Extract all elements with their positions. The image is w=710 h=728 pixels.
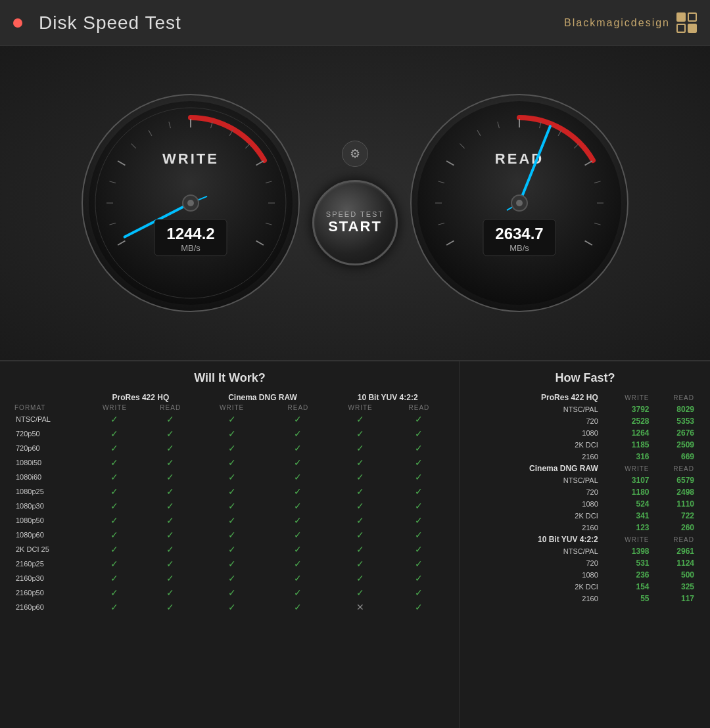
check-cell: ✓ [85,513,145,528]
start-button-main-text: START [328,218,382,235]
checkmark-icon: ✓ [110,501,118,511]
check-cell: ✓ [197,571,268,585]
checkmark-icon: ✓ [415,443,423,453]
checkmark-icon: ✓ [294,530,302,540]
hf-data-row: 720 2528 5353 [473,415,697,427]
hf-group-title-row: 10 Bit YUV 4:2:2 WRITE READ [473,534,697,545]
hf-read-value: 500 [652,569,697,581]
check-cell: ✓ [145,513,197,528]
checkmark-icon: ✓ [166,558,174,569]
yuv-read-header: READ [392,403,446,412]
gauge-section: WRITE 1244.2 MB/s ⚙ SPEED TEST START [0,46,710,361]
hf-write-value: 524 [601,498,652,510]
cross-icon: ✕ [356,602,364,612]
start-button[interactable]: SPEED TEST START [312,180,398,265]
check-cell: ✓ [197,412,268,426]
will-it-work-panel: Will It Work? ProRes 422 HQ Cinema DNG R… [0,361,460,728]
hf-write-value: 1185 [601,439,652,451]
close-button[interactable] [13,18,22,28]
write-gauge: WRITE 1244.2 MB/s [79,91,302,315]
check-cell: ✓ [329,499,392,513]
checkmark-icon: ✓ [415,530,423,540]
hf-row-label: NTSC/PAL [473,474,601,486]
title-bar: Disk Speed Test Blackmagicdesign [0,0,710,46]
format-label: 1080i60 [13,470,85,484]
hf-read-value: 2498 [652,486,697,498]
checkmark-icon: ✓ [356,457,364,468]
how-fast-title: How Fast? [473,371,697,385]
check-cell: ✓ [329,441,392,455]
checkmark-icon: ✓ [166,472,174,482]
checkmark-icon: ✓ [228,443,236,453]
check-cell: ✓ [329,571,392,585]
check-cell: ✓ [85,557,145,571]
checkmark-icon: ✓ [356,558,364,569]
check-cell: ✓ [329,470,392,484]
hf-write-value: 123 [601,522,652,534]
yuv-write-header: WRITE [329,403,392,412]
check-cell: ✓ [268,513,329,528]
table-row: 1080p25✓✓✓✓✓✓ [13,484,446,499]
hf-read-value: 2676 [652,427,697,439]
check-cell: ✓ [329,455,392,470]
checkmark-icon: ✓ [228,558,236,569]
check-cell: ✓ [197,585,268,600]
checkmark-icon: ✓ [166,501,174,511]
hf-write-value: 2528 [601,415,652,427]
checkmark-icon: ✓ [356,587,364,598]
hf-read-value: 669 [652,451,697,463]
hf-row-label: NTSC/PAL [473,403,601,415]
check-cell: ✓ [268,542,329,557]
checkmark-icon: ✓ [294,414,302,424]
checkmark-icon: ✓ [294,486,302,497]
check-cell: ✓ [145,600,197,614]
read-unit: MB/s [509,243,529,253]
checkmark-icon: ✓ [228,486,236,497]
checkmark-icon: ✓ [415,602,423,612]
hf-read-value: 117 [652,593,697,604]
table-row: 2160p60✓✓✓✓✕✓ [13,600,446,614]
checkmark-icon: ✓ [228,573,236,583]
check-cell: ✓ [145,441,197,455]
hf-read-value: 5353 [652,415,697,427]
hf-group-title-row: ProRes 422 HQ WRITE READ [473,392,697,403]
check-cell: ✓ [268,571,329,585]
check-cell: ✓ [85,528,145,542]
sub-header-row: FORMAT WRITE READ WRITE READ WRITE READ [13,403,446,412]
check-cell: ✓ [268,484,329,499]
format-label: 1080p25 [13,484,85,499]
how-fast-panel: How Fast? ProRes 422 HQ WRITE READ NTSC/… [460,361,710,728]
checkmark-icon: ✓ [415,515,423,526]
checkmark-icon: ✓ [415,428,423,439]
checkmark-icon: ✓ [415,457,423,468]
start-button-top-text: SPEED TEST [326,210,384,218]
checkmark-icon: ✓ [110,472,118,482]
brand-name: Blackmagicdesign [564,17,670,29]
check-cell: ✓ [145,499,197,513]
format-column-header [13,392,85,403]
checkmark-icon: ✓ [294,457,302,468]
check-cell: ✓ [197,528,268,542]
checkmark-icon: ✓ [415,414,423,424]
check-cell: ✓ [85,455,145,470]
checkmark-icon: ✓ [166,457,174,468]
hf-data-row: NTSC/PAL 1398 2961 [473,545,697,557]
checkmark-icon: ✓ [166,486,174,497]
write-value: 1244.2 [166,225,214,242]
check-cell: ✓ [268,412,329,426]
format-label: 720p50 [13,426,85,441]
hf-row-label: 2160 [473,451,601,463]
format-label: 2160p25 [13,557,85,571]
checkmark-icon: ✓ [110,573,118,583]
settings-button[interactable]: ⚙ [342,141,368,167]
hf-read-col-header: READ [652,392,697,403]
hf-data-row: 2K DCI 1185 2509 [473,439,697,451]
hf-data-row: 1080 236 500 [473,569,697,581]
format-label: 2K DCI 25 [13,542,85,557]
format-label: 720p60 [13,441,85,455]
checkmark-icon: ✓ [166,602,174,612]
checkmark-icon: ✓ [110,486,118,497]
hf-row-label: 1080 [473,498,601,510]
svg-point-48 [516,200,523,206]
hf-row-label: 720 [473,557,601,569]
